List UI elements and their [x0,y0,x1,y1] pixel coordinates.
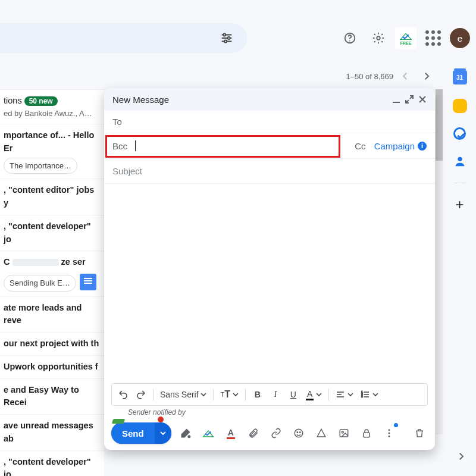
svg-rect-15 [340,430,348,437]
compose-header[interactable]: New Message [104,88,435,111]
svg-point-13 [297,432,298,433]
underline-icon[interactable]: U [286,386,301,403]
settings-gear-icon[interactable] [367,26,390,50]
attachment-chip[interactable]: Sending Bulk E… [4,275,76,292]
svg-rect-7 [393,102,400,103]
contacts-icon[interactable] [453,154,467,168]
undo-icon[interactable] [115,386,131,403]
bcc-field[interactable]: Bcc Cc Campaign i [104,133,435,159]
compose-window: New Message To Bcc Cc Campaign i Subject [104,88,435,450]
italic-icon[interactable]: I [268,386,283,403]
bcc-highlight-box [105,135,340,158]
tracker-strip: Sender notified by [104,406,435,416]
drive-icon[interactable] [313,425,330,441]
subject-field[interactable]: Subject [104,159,435,184]
svg-point-14 [299,432,300,433]
prev-page-icon[interactable] [396,67,415,86]
list-item[interactable]: ate more leads and reve [0,297,104,333]
show-sidepanel-icon[interactable] [451,446,471,466]
list-toolbar: 1–50 of 8,669 [0,64,443,88]
mail-track-icon[interactable] [200,425,217,441]
fullscreen-icon[interactable] [405,95,414,104]
svg-point-12 [295,429,303,437]
keep-icon[interactable] [453,99,467,113]
emoji-icon[interactable] [290,425,307,441]
insert-photo-icon[interactable] [336,425,352,441]
calendar-icon[interactable]: 31 [453,70,467,84]
more-options-icon[interactable] [381,425,397,441]
list-item[interactable]: mportance of... - Hello Er The Importanc… [0,124,104,179]
svg-point-6 [458,157,462,161]
svg-point-20 [388,436,390,437]
status-dot-icon [158,416,164,422]
email-list: tions 50 new ed by Bankole Awuz., A… mpo… [0,89,104,476]
sender-notified-text: Sender notified by [104,406,195,416]
list-item[interactable]: , "content editor" jobs y [0,179,104,215]
send-split-button: Send [111,422,171,444]
cc-toggle[interactable]: Cc [355,141,365,151]
send-button[interactable]: Send [111,422,155,444]
list-item[interactable]: , "content developer" jo [0,451,104,477]
svg-point-1 [228,37,230,39]
align-icon[interactable] [333,386,356,403]
compose-body[interactable] [104,184,435,383]
redo-icon[interactable] [133,386,149,403]
redacted-strip [12,259,59,266]
search-bar[interactable] [0,23,247,53]
list-scrollbar[interactable] [436,89,443,434]
search-options-icon[interactable] [215,26,239,50]
confidential-lock-icon[interactable] [358,425,375,441]
font-size-icon[interactable]: TT [218,386,240,403]
svg-point-4 [349,40,350,42]
account-avatar[interactable]: e [450,28,470,48]
list-item[interactable]: , "content developer" jo [0,215,104,252]
insert-link-icon[interactable] [268,425,284,441]
minimize-icon[interactable] [392,95,400,104]
to-field[interactable]: To [104,111,435,133]
compose-action-bar: Send A [104,416,435,450]
text-color-icon[interactable]: A [303,386,324,403]
close-icon[interactable] [418,95,427,104]
info-icon: i [418,142,427,151]
svg-text:3: 3 [361,395,363,398]
list-item[interactable]: our next project with th [0,333,104,356]
tasks-icon[interactable] [453,127,466,140]
discard-trash-icon[interactable] [411,425,428,441]
svg-point-19 [388,433,390,434]
extension-free-label: FREE [400,41,412,45]
svg-point-5 [377,36,380,40]
send-more-button[interactable] [155,422,171,444]
next-page-icon[interactable] [417,67,436,86]
google-doc-icon[interactable] [80,274,96,290]
svg-point-2 [224,40,227,42]
to-label: To [112,117,122,127]
category-subtext: ed by Bankole Awuz., A… [4,108,101,120]
svg-point-16 [342,431,343,433]
list-item[interactable]: C ze ser Sending Bulk E… [0,251,104,296]
text-caret [135,140,136,151]
list-icon[interactable]: 123 [358,386,381,403]
attach-icon[interactable] [245,425,262,441]
category-row[interactable]: tions 50 new ed by Bankole Awuz., A… [0,90,104,124]
text-format-icon[interactable]: A [223,425,239,441]
svg-rect-17 [363,433,369,437]
tracker-logo-icon [112,419,126,424]
help-icon[interactable] [338,26,362,50]
signature-icon[interactable] [177,425,194,441]
attachment-chip[interactable]: The Importance… [4,158,77,174]
svg-point-11 [187,435,190,438]
list-item[interactable]: e and Easy Way to Recei [0,379,104,415]
top-header: FREE e [0,21,476,55]
list-item[interactable]: Upwork opportunities f [0,356,104,379]
bold-icon[interactable]: B [250,386,265,403]
campaign-link[interactable]: Campaign i [374,141,427,151]
extension-free-icon[interactable]: FREE [395,27,416,49]
list-item[interactable]: ave unread messages ab [0,415,104,451]
page-range: 1–50 of 8,669 [346,72,393,81]
svg-point-0 [223,33,226,36]
bcc-label: Bcc [112,141,127,151]
font-select[interactable]: Sans Serif [158,386,209,403]
sidepanel-divider [454,183,466,183]
add-addon-icon[interactable]: + [453,198,467,212]
google-apps-icon[interactable] [421,26,445,50]
